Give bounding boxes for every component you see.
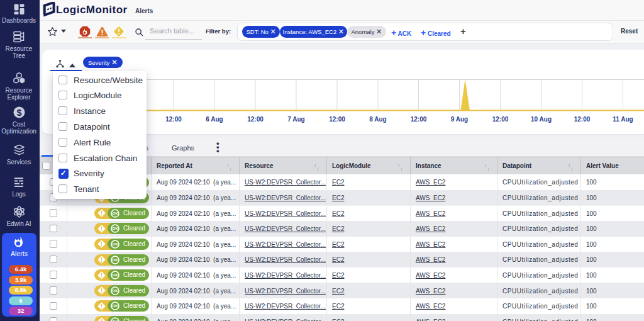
- svg-text:10 Aug: 10 Aug: [531, 116, 552, 123]
- svg-text:6 Aug: 6 Aug: [206, 116, 223, 123]
- svg-text:7 Aug: 7 Aug: [287, 116, 304, 123]
- svg-text:12:00: 12:00: [492, 116, 509, 123]
- svg-text:12:00: 12:00: [574, 116, 591, 123]
- svg-text:OK: OK: [112, 257, 118, 262]
- svg-text:9 Aug: 9 Aug: [451, 116, 468, 123]
- svg-text:OK: OK: [112, 242, 118, 246]
- svg-text:12:00: 12:00: [329, 116, 345, 123]
- svg-text:12:00: 12:00: [165, 116, 182, 123]
- svg-text:12:00: 12:00: [247, 116, 264, 123]
- svg-text:OK: OK: [112, 227, 118, 231]
- svg-text:OK: OK: [112, 211, 118, 215]
- svg-text:11 Aug: 11 Aug: [613, 116, 633, 123]
- svg-text:12:00: 12:00: [411, 116, 427, 123]
- svg-text:OK: OK: [112, 288, 118, 293]
- svg-text:$: $: [16, 108, 21, 118]
- svg-text:OK: OK: [112, 304, 118, 308]
- svg-text:OK: OK: [112, 273, 118, 278]
- svg-text:8 Aug: 8 Aug: [369, 116, 386, 123]
